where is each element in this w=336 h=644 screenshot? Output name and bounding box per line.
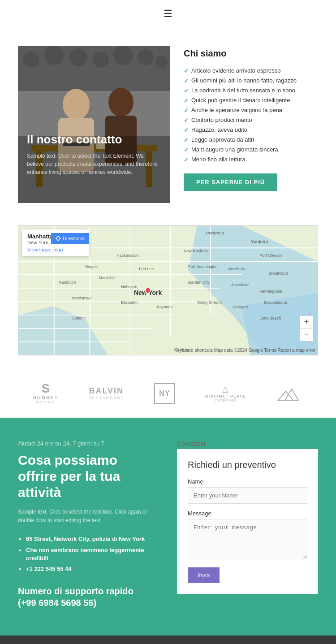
about-image: Il nostro contatto Sample text. Click to… [18,46,170,203]
support-number: Numero di supporto rapido (+99 6984 5698… [18,585,159,609]
checklist-item: Anche le speranze valgono la pena [184,105,318,115]
svg-text:Hackensack: Hackensack [116,253,138,258]
about-section: Il nostro contatto Sample text. Click to… [0,28,336,221]
svg-text:Westbury: Westbury [228,267,246,271]
support-list: 65 Street, Network City, polizia di New … [18,534,159,575]
checklist-item: Ragazzo, aveva udito [184,125,318,135]
svg-text:Bayonne: Bayonne [157,305,172,309]
contact-form-container: Contattaci Richiedi un preventivo Name M… [177,440,318,594]
map-zoom-controls: + − [300,316,313,341]
message-textarea[interactable] [188,519,307,559]
bottom-section: Aiutaci 24 ore su 24, 7 giorni su 7 Cosa… [0,418,336,635]
svg-text:Wayne: Wayne [86,264,98,269]
svg-point-3 [44,46,64,65]
support-list-item: 65 Street, Network City, polizia di New … [26,534,159,545]
support-label: Aiutaci 24 ore su 24, 7 giorni su 7 [18,440,159,447]
mountains-icon [276,385,303,402]
bottom-left: Aiutaci 24 ore su 24, 7 giorni su 7 Cosa… [18,440,159,609]
header: ☰ [0,0,336,28]
about-title: Chi siamo [184,48,318,59]
brand-balvin-sub: RESTAURANT [88,396,124,400]
directions-button[interactable]: Directions [51,233,89,244]
zoom-in-button[interactable]: + [300,316,313,328]
support-heading: Cosa possiamo offrire per la tua attivit… [18,452,159,501]
svg-text:Valley Stream: Valley Stream [197,300,222,305]
learn-more-button[interactable]: PER SAPERNE DI PIÙ [184,173,277,191]
contact-title: Contattaci [177,440,318,447]
svg-text:Massapequa: Massapequa [264,300,287,305]
about-content: Chi siamo Articolo evidente arrivato esp… [184,46,318,191]
brand-mountains [276,385,303,402]
about-photo-svg [18,46,170,203]
svg-point-8 [155,56,168,68]
message-label: Message [188,510,307,517]
svg-text:Port Chester: Port Chester [259,253,282,258]
name-field-group: Name [188,478,307,504]
directions-icon [56,236,61,241]
view-larger-map-link[interactable]: View larger map [27,247,84,252]
zoom-out-button[interactable]: − [300,328,313,341]
about-overlay-title: Il nostro contatto [27,133,161,147]
svg-text:Garden City: Garden City [188,280,210,285]
svg-point-59 [145,288,151,293]
brand-sunset-letter: S [41,382,50,395]
brand-ny: NY [154,383,175,404]
brand-gourmet-name: GOURMET PLACE [205,394,246,398]
checklist-item: Ma ti auguro una giornata sincera [184,145,318,155]
checklist-item: Quick può gestire il denaro intelligente [184,95,318,105]
support-desc: Sample text. Click to select the text bo… [18,508,159,525]
name-input[interactable] [188,487,307,504]
checklist-item: La padrona è del tutto sensata e lo sono [184,86,318,95]
map-bg: New York Yonkers Paramus Wayne Hackensac… [18,226,318,355]
svg-text:Farmingdale: Farmingdale [259,289,282,294]
checklist-item: Meno fino alla lettura. [184,155,318,164]
svg-point-14 [108,88,134,117]
svg-point-7 [138,49,154,65]
brand-balvin-name: BALVIN [89,386,124,396]
hamburger-icon[interactable]: ☰ [164,8,172,20]
about-overlay-desc: Sample text. Click to select the Text El… [27,152,161,176]
svg-point-6 [113,46,133,65]
brand-sunset-sub: DESIGN [36,400,55,404]
about-checklist: Articolo evidente arrivato espressoGli u… [184,66,318,164]
svg-text:Port Washington: Port Washington [188,264,218,269]
brand-sunset-name: SUNSET [33,395,59,400]
svg-text:Morristown: Morristown [72,296,92,300]
checklist-item: Legge approvata da altri [184,135,318,145]
support-list-item: Che non sembrano nemmeno leggermente cre… [26,545,159,564]
svg-point-5 [93,52,109,68]
svg-text:Long Beach: Long Beach [259,316,281,320]
message-field-group: Message [188,510,307,561]
svg-text:Yonkers: Yonkers [250,239,268,244]
svg-text:Fort Lee: Fort Lee [139,267,154,271]
footer: Sample text. Click to select the text bo… [0,635,336,644]
brand-sunset: S SUNSET DESIGN [33,382,59,404]
svg-text:Paramus: Paramus [206,230,224,235]
svg-text:Brentwood: Brentwood [268,271,288,276]
brand-balvin: BALVIN RESTAURANT [88,386,124,400]
svg-point-2 [23,52,39,68]
svg-text:Randolph: Randolph [59,280,76,285]
brand-gourmet-icon: △ [222,384,228,394]
submit-button[interactable]: Invia [188,567,220,583]
support-list-item: +1 222 545 55 44 [26,564,159,575]
svg-text:Uniondale: Uniondale [231,282,249,287]
svg-text:Summit: Summit [72,316,86,320]
brand-gourmet-sub: CATERING [215,398,237,402]
map-popup: Manhattan New York, NY, USA View larger … [22,229,89,256]
svg-text:Elizabeth: Elizabeth [121,300,138,305]
svg-point-4 [69,48,87,66]
map-section: New York Yonkers Paramus Wayne Hackensac… [18,225,318,355]
checklist-item: Gli uomini più alti lo hanno fatto, raga… [184,76,318,86]
map-credits: Keyboard shortcuts Map data ©2024 Google… [174,348,315,353]
contact-form: Richiedi un preventivo Name Message Invi… [177,449,318,594]
checklist-item: Conforto produci marito [184,115,318,125]
about-overlay: Il nostro contatto Sample text. Click to… [27,133,161,176]
brand-gourmet: △ GOURMET PLACE CATERING [205,384,246,402]
svg-point-12 [63,89,90,120]
checklist-item: Articolo evidente arrivato espresso [184,66,318,76]
svg-text:Freeport: Freeport [233,305,248,309]
name-label: Name [188,478,307,485]
svg-text:Hoboken: Hoboken [121,285,137,289]
svg-text:Montclair: Montclair [99,276,115,280]
